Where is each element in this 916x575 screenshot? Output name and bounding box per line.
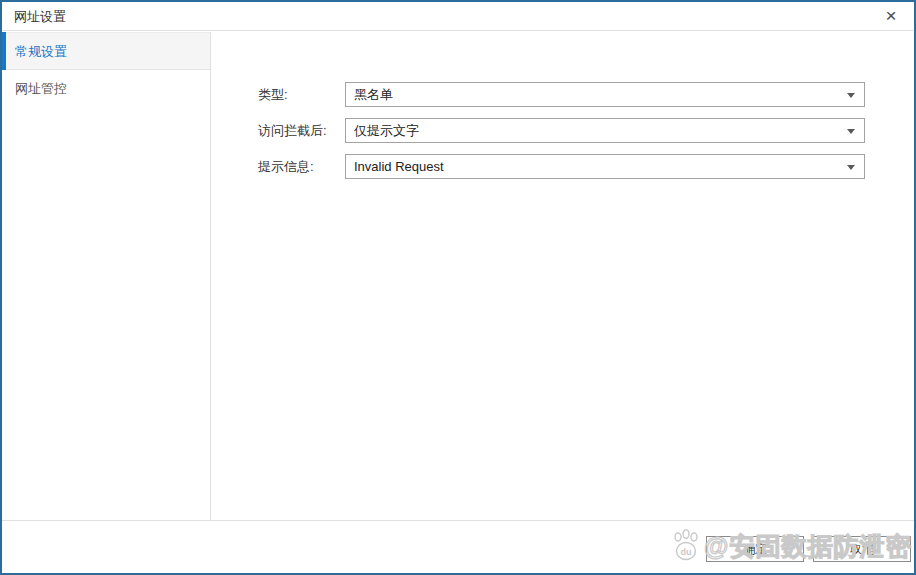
close-icon[interactable]: × [878, 2, 904, 31]
chevron-down-icon [847, 129, 855, 134]
ok-button[interactable]: 确定 [706, 536, 804, 562]
type-select[interactable]: 黑名单 [345, 82, 865, 107]
settings-panel: 类型: 黑名单 访问拦截后: 仅提示文字 提示信息: Invalid Reque… [212, 32, 914, 520]
prompt-message-label: 提示信息: [258, 154, 344, 179]
prompt-message-select[interactable]: Invalid Request [345, 154, 865, 179]
dialog-title: 网址设置 [14, 2, 66, 31]
type-label: 类型: [258, 82, 344, 107]
sidebar-item-label: 常规设置 [15, 44, 67, 59]
block-action-select[interactable]: 仅提示文字 [345, 118, 865, 143]
form-row-prompt-message: 提示信息: Invalid Request [258, 154, 865, 179]
title-bar: 网址设置 × [2, 2, 914, 31]
sidebar-item-label: 网址管控 [15, 81, 67, 96]
sidebar-item-general-settings[interactable]: 常规设置 [2, 32, 210, 70]
block-action-label: 访问拦截后: [258, 118, 344, 143]
type-select-value: 黑名单 [354, 83, 836, 106]
sidebar-item-url-control[interactable]: 网址管控 [2, 70, 210, 108]
form-row-type: 类型: 黑名单 [258, 82, 865, 107]
dialog-footer: 确定 取消 [2, 520, 914, 573]
settings-sidebar: 常规设置 网址管控 [2, 32, 211, 520]
url-settings-dialog: 网址设置 × 常规设置 网址管控 类型: 黑名单 访问拦截后: 仅提示文字 [0, 0, 916, 575]
cancel-button[interactable]: 取消 [813, 536, 911, 562]
block-action-select-value: 仅提示文字 [354, 119, 836, 142]
chevron-down-icon [847, 93, 855, 98]
chevron-down-icon [847, 165, 855, 170]
form-row-block-action: 访问拦截后: 仅提示文字 [258, 118, 865, 143]
prompt-message-select-value: Invalid Request [354, 155, 836, 178]
